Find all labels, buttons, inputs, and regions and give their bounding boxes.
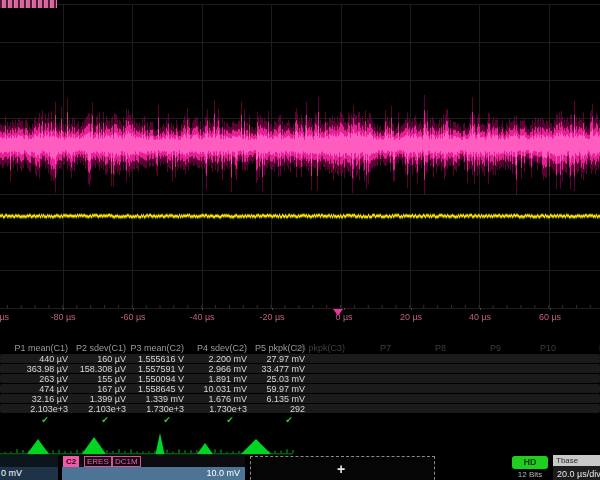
measure-table: P1 mean(C1)P2 sdev(C1)P3 mean(C2)P4 sdev… <box>0 342 600 428</box>
measure-dim-header-cell[interactable]: P9 <box>490 343 501 353</box>
histicon-strip <box>0 428 600 458</box>
oscilloscope-screen: -100 µs-80 µs-60 µs-40 µs-20 µs0 µs20 µs… <box>0 0 600 480</box>
measure-cell: 10.031 mV <box>203 384 247 394</box>
measure-cell: 1.891 mV <box>208 374 247 384</box>
c1-value-strip: 0 mV <box>0 467 58 480</box>
measure-cell: 2.200 mV <box>208 354 247 364</box>
measure-dim-header-cell[interactable]: P10 <box>540 343 556 353</box>
c2-coupling-badge: DC1M <box>112 456 141 467</box>
timebase-label: Tbase <box>553 455 600 466</box>
measure-cell: 1.558645 V <box>138 384 184 394</box>
measure-status-check-icon: ✔ <box>163 415 171 425</box>
measure-cell: 32.16 µV <box>32 394 68 404</box>
axis-tick-label: 60 µs <box>539 312 561 322</box>
axis-tick-label: -80 µs <box>50 312 75 322</box>
channel-c1-descriptor[interactable]: DC1M 0 mV <box>0 455 58 480</box>
measure-cell: 160 µV <box>97 354 126 364</box>
c2-channel-badge: C2 <box>63 456 79 467</box>
axis-tick-label: 40 µs <box>469 312 491 322</box>
c2-value-strip: 10.0 mV <box>62 467 245 480</box>
measure-cell: 263 µV <box>39 374 68 384</box>
measure-cell: 25.03 mV <box>266 374 305 384</box>
c2-eres-badge: ERES <box>84 456 112 467</box>
axis-tick-label: -100 µs <box>0 312 9 322</box>
measure-cell: 440 µV <box>39 354 68 364</box>
measure-cell: 1.399 µV <box>90 394 126 404</box>
measure-header-cell[interactable]: P1 mean(C1) <box>14 343 68 353</box>
c2-vdiv-value: 10.0 mV <box>206 467 240 479</box>
measure-header-cell[interactable]: P3 mean(C2) <box>130 343 184 353</box>
measure-cell: 1.339 mV <box>145 394 184 404</box>
hd-bits-label: 12 Bits <box>505 470 555 479</box>
add-trace-button[interactable]: + <box>250 456 435 480</box>
measure-cell: 1.730e+3 <box>146 404 184 414</box>
measure-cell: 1.555616 V <box>138 354 184 364</box>
axis-tick-label: -60 µs <box>120 312 145 322</box>
measure-dim-header-cell[interactable]: P6 pkpk(C3) <box>295 343 345 353</box>
axis-tick-label: -20 µs <box>259 312 284 322</box>
measure-status-check-icon: ✔ <box>41 415 49 425</box>
measure-cell: 1.730e+3 <box>209 404 247 414</box>
axis-tick-label: -40 µs <box>189 312 214 322</box>
measure-cell: 155 µV <box>97 374 126 384</box>
measure-cell: 1.676 mV <box>208 394 247 404</box>
measure-cell: 59.97 mV <box>266 384 305 394</box>
measure-cell: 33.477 mV <box>261 364 305 374</box>
measure-header-cell[interactable]: P4 sdev(C2) <box>197 343 247 353</box>
measure-cell: 2.966 mV <box>208 364 247 374</box>
measure-dim-header-cell[interactable]: P8 <box>435 343 446 353</box>
measure-cell: 6.135 mV <box>266 394 305 404</box>
measure-cell: 1.557591 V <box>138 364 184 374</box>
measure-cell: 167 µV <box>97 384 126 394</box>
measure-cell: 158.308 µV <box>80 364 126 374</box>
axis-tick-label: 20 µs <box>400 312 422 322</box>
measure-status-check-icon: ✔ <box>226 415 234 425</box>
plus-icon: + <box>337 461 345 477</box>
measure-cell: 2.103e+3 <box>30 404 68 414</box>
measure-header-cell[interactable]: P2 sdev(C1) <box>76 343 126 353</box>
trigger-position-marker[interactable] <box>333 309 343 316</box>
hd-mode-badge[interactable]: HD <box>512 456 548 469</box>
channel-c2-descriptor[interactable]: C2 ERES DC1M 10.0 mV <box>62 455 245 480</box>
measure-cell: 292 <box>290 404 305 414</box>
measure-cell: 2.103e+3 <box>88 404 126 414</box>
measure-dim-header-cell[interactable]: P7 <box>380 343 391 353</box>
c1-vdiv-value: 0 mV <box>1 467 22 479</box>
measure-cell: 1.550094 V <box>138 374 184 384</box>
timebase-value: 20.0 µs/div <box>557 469 600 479</box>
measure-cell: 27.97 mV <box>266 354 305 364</box>
measure-status-check-icon: ✔ <box>101 415 109 425</box>
measure-status-check-icon: ✔ <box>285 415 293 425</box>
measure-cell: 474 µV <box>39 384 68 394</box>
time-axis-row: -100 µs-80 µs-60 µs-40 µs-20 µs0 µs20 µs… <box>0 0 600 330</box>
timebase-descriptor[interactable]: Tbase 20.0 µs/div <box>553 455 600 480</box>
measure-cell: 363.98 µV <box>27 364 68 374</box>
